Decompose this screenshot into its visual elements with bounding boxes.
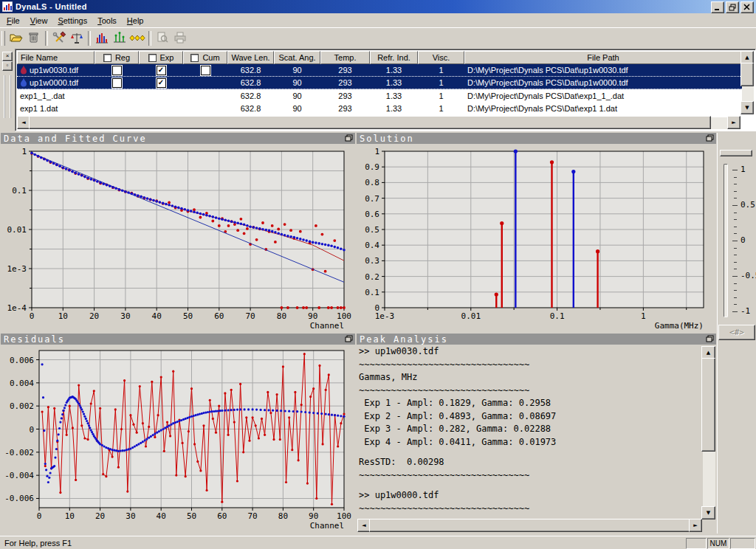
menu-help[interactable]: Help — [122, 15, 149, 27]
column-header-file_path[interactable]: File Path — [464, 51, 742, 64]
scale-minor-tick — [734, 219, 737, 220]
menu-settings[interactable]: Settings — [52, 15, 92, 27]
marker-mode-button[interactable]: <#> — [718, 325, 755, 340]
column-header-scat_ang[interactable]: Scat. Ang. — [274, 51, 320, 64]
table-scroll-down-button[interactable]: ▼ — [740, 101, 754, 114]
cell-reg — [94, 77, 139, 89]
panel-title-text: Peak Analysis — [360, 334, 448, 345]
peak-analysis-output: >> up1w0030.tdf~~~~~~~~~~~~~~~~~~~~~~~~~… — [359, 346, 701, 519]
cell-refr_ind: 1.33 — [370, 102, 418, 114]
column-header-refr_ind[interactable]: Refr. Ind. — [370, 51, 418, 64]
cell-text: 90 — [292, 66, 301, 75]
svg-text:0: 0 — [37, 511, 42, 521]
exp-checkbox[interactable]: ✓ — [157, 78, 166, 88]
svg-text:0.006: 0.006 — [10, 356, 34, 365]
column-header-visc[interactable]: Visc. — [418, 51, 464, 64]
cell-visc: 1 — [418, 64, 464, 76]
print-preview-button[interactable] — [154, 30, 171, 46]
cell-visc: 1 — [418, 102, 464, 114]
table-hscroll-thumb[interactable] — [29, 116, 711, 129]
svg-text:0.1: 0.1 — [550, 311, 565, 321]
scale-major-tick — [732, 276, 738, 277]
peak-scroll-right-button[interactable]: ► — [689, 519, 702, 532]
solution-view-button[interactable] — [111, 30, 128, 46]
svg-text:1e-4: 1e-4 — [7, 303, 27, 313]
svg-text:Channel: Channel — [310, 321, 344, 331]
table-row[interactable]: exp1_1_.dat632.8902931.331D:\My\Project\… — [17, 89, 742, 102]
menu-tools[interactable]: Tools — [92, 15, 122, 27]
header-checkbox[interactable] — [103, 54, 111, 62]
panel-restore-icon[interactable] — [345, 134, 354, 142]
cell-text: 293 — [338, 92, 351, 100]
cell-text: 1 — [439, 78, 443, 87]
peak-hscroll-thumb[interactable] — [369, 519, 690, 532]
scale-tick-label: 1 — [740, 165, 746, 174]
restore-button[interactable] — [726, 1, 739, 13]
header-checkbox[interactable] — [190, 54, 199, 62]
close-button[interactable] — [740, 1, 754, 13]
open-file-button[interactable] — [7, 30, 25, 46]
minimize-button[interactable] — [711, 1, 724, 13]
table-vscroll-thumb[interactable] — [740, 63, 754, 86]
menu-file[interactable]: File — [1, 15, 25, 27]
pane-close-button[interactable]: × — [2, 52, 13, 61]
cell-refr_ind: 1.33 — [370, 89, 418, 102]
svg-text:0.5: 0.5 — [365, 225, 379, 235]
panel-solution: Solution 1e-30.010.1100.10.20.30.40.50.6… — [357, 133, 716, 332]
column-header-temp[interactable]: Temp. — [320, 51, 370, 64]
reg-checkbox[interactable] — [112, 78, 122, 88]
svg-text:Channel: Channel — [310, 521, 344, 531]
cell-exp — [139, 89, 183, 102]
peak-line: >> up1w0030.tdf — [359, 346, 701, 359]
pane-grip[interactable] — [4, 75, 11, 118]
menu-view[interactable]: View — [25, 15, 53, 27]
table-scroll-right-button[interactable]: ► — [727, 116, 740, 129]
cell-refr_ind: 1.33 — [370, 77, 418, 89]
peak-line: ~~~~~~~~~~~~~~~~~~~~~~~~~~~~~~~~ — [359, 385, 701, 398]
toolbar-separator — [88, 31, 91, 46]
settings-tools-button[interactable] — [50, 30, 68, 46]
column-header-wave_len[interactable]: Wave Len. — [227, 51, 274, 64]
markers-button[interactable] — [128, 30, 146, 46]
svg-text:60: 60 — [214, 311, 224, 321]
print-button[interactable] — [171, 30, 189, 46]
svg-text:0.3: 0.3 — [365, 256, 379, 266]
trash-icon — [27, 31, 41, 46]
cell-file_name: up1w0030.tdf — [17, 64, 94, 76]
svg-text:1: 1 — [21, 147, 27, 156]
file-table-header: File NameRegExpCumWave Len.Scat. Ang.Tem… — [17, 51, 742, 64]
panel-restore-icon[interactable] — [345, 335, 354, 343]
scales-button[interactable] — [68, 30, 86, 46]
peak-line: Exp 3 - Ampl: 0.282, Gamma: 0.02288 — [359, 424, 701, 437]
cum-checkbox[interactable] — [201, 66, 210, 75]
table-row[interactable]: up1w0030.tdf✓632.8902931.331D:\My\Projec… — [17, 64, 742, 77]
panel-residuals: Residuals 01020304050607080901000.0060.0… — [1, 334, 355, 534]
column-header-cum[interactable]: Cum — [183, 51, 227, 64]
reg-checkbox[interactable] — [112, 66, 122, 75]
cell-wave_len: 632.8 — [227, 102, 274, 114]
pane-maximize-button[interactable]: ▫ — [2, 61, 13, 71]
table-row[interactable]: exp1 1.dat632.8902931.331D:\My\Project\D… — [17, 102, 742, 114]
histogram-view-button[interactable] — [93, 30, 111, 46]
cell-temp: 293 — [320, 64, 370, 76]
svg-text:-0.004: -0.004 — [4, 471, 34, 480]
column-header-reg[interactable]: Reg — [94, 51, 139, 64]
scale-major-tick — [732, 241, 738, 241]
svg-text:50: 50 — [187, 511, 196, 521]
peak-vscroll-thumb[interactable] — [701, 358, 715, 452]
column-header-exp[interactable]: Exp — [139, 51, 183, 64]
cell-text: 293 — [338, 78, 351, 87]
svg-text:90: 90 — [308, 311, 317, 321]
panel-restore-icon[interactable] — [706, 335, 715, 343]
delete-button[interactable] — [25, 30, 43, 46]
peak-scroll-down-button[interactable]: ▼ — [701, 506, 715, 519]
column-header-file_name[interactable]: File Name — [17, 51, 94, 64]
panel-restore-icon[interactable] — [706, 134, 715, 142]
table-row[interactable]: up1w0000.tdf✓632.8902931.331D:\My\Projec… — [17, 77, 742, 89]
header-checkbox[interactable] — [148, 54, 157, 62]
toolbar-grip[interactable] — [1, 31, 5, 46]
cell-text: 1.33 — [386, 92, 402, 100]
exp-checkbox[interactable]: ✓ — [157, 66, 166, 75]
scale-minor-tick — [734, 213, 737, 213]
peak-line: ~~~~~~~~~~~~~~~~~~~~~~~~~~~~~~~~ — [359, 470, 701, 483]
